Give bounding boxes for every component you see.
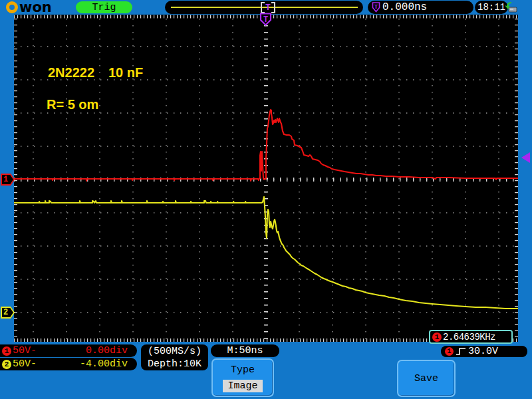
owon-logo: won <box>6 1 52 14</box>
ch1-ground-marker: 1 <box>1 174 15 186</box>
trigger-status-label: Trig <box>92 2 116 13</box>
trigger-position-shield-marker: T <box>259 13 272 29</box>
trigger-level-arrow-icon <box>521 152 530 163</box>
bracket-right-icon <box>271 2 275 13</box>
memory-depth: Depth:10K <box>148 358 201 370</box>
trigger-status-pill: 1 30.0V <box>441 346 527 357</box>
memory-trigger-position-marker: T <box>261 1 275 13</box>
memory-trigger-t-label: T <box>265 3 271 12</box>
ch1-ground-marker-label: 1 <box>3 175 8 184</box>
type-button-value: Image <box>223 380 262 392</box>
trigger-t-icon: T <box>372 2 380 13</box>
graticule-svg <box>14 15 518 342</box>
owon-logo-o-icon <box>6 1 18 13</box>
ch2-ground-marker: 2 <box>1 307 15 319</box>
clock-value: 18:11 <box>477 2 505 13</box>
trigger-time-offset-badge: T 0.000ns <box>368 1 473 14</box>
ch2-status-pill: 2 50V- -4.00div <box>0 358 137 370</box>
timebase-value: M:50ns <box>227 345 263 356</box>
ch2-badge: 2 <box>2 360 11 369</box>
timebase-status-pill: M:50ns <box>211 344 279 357</box>
memory-position-bar: T <box>165 1 363 14</box>
annotation-resistance: R= 5 om <box>47 97 98 112</box>
ch1-status-pill: 1 50V- 0.00div <box>0 344 137 357</box>
acquisition-status-pill: (500MS/s) Depth:10K <box>141 344 208 370</box>
bracket-left-icon <box>261 2 265 13</box>
ch1-volts-per-div: 50V- <box>13 345 37 356</box>
ch2-volts-per-div: 50V- <box>13 358 37 370</box>
type-button[interactable]: Type Image <box>211 358 274 397</box>
ch1-position: 0.00div <box>86 345 128 356</box>
sample-rate: (500MS/s) <box>148 345 201 358</box>
frequency-channel-badge: 1 <box>432 332 442 342</box>
type-button-title: Type <box>231 364 255 376</box>
frequency-counter: 1 2.64639KHz <box>429 330 513 344</box>
ch2-position: -4.00div <box>80 358 128 370</box>
trigger-status-badge: Trig <box>76 1 132 13</box>
frequency-value: 2.64639KHz <box>443 332 495 342</box>
trigger-time-offset-value: 0.000ns <box>382 1 427 13</box>
oscilloscope-screen: won Trig T T 0.000ns 18:11 <box>0 0 532 399</box>
trigger-level-value: 30.0V <box>468 346 498 357</box>
save-button-label: Save <box>414 373 438 384</box>
annotation-device: 2N2222 <box>48 65 94 80</box>
svg-text:T: T <box>263 15 268 25</box>
svg-text:T: T <box>374 4 378 11</box>
save-button[interactable]: Save <box>397 360 456 397</box>
rising-edge-icon <box>456 347 466 356</box>
ch1-badge: 1 <box>2 346 11 356</box>
trigger-source-badge: 1 <box>445 347 454 356</box>
annotation-capacitance: 10 nF <box>108 65 143 80</box>
owon-logo-text: won <box>19 1 52 14</box>
ch2-ground-marker-label: 2 <box>3 308 8 317</box>
